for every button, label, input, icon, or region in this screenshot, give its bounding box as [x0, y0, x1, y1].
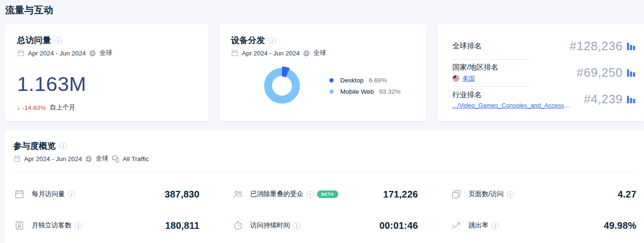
metric-value: 171,226	[383, 189, 418, 200]
legend-value: 93.32%	[379, 88, 401, 95]
rankings-card: 全球排名 #128,236 国家/地区排名	[437, 24, 644, 121]
engagement-overview-card: 参与度概览 i Apr 2024 - Jun 2024 全球 All Traff…	[5, 131, 644, 243]
metric-deduplicated-audience: 已消除重叠的受众 i BETA 171,226	[233, 184, 418, 204]
country-rank-row: 国家/地区排名 美国 #69,250	[452, 59, 636, 86]
info-icon[interactable]: i	[269, 37, 276, 44]
device-legend: Desktop 6.68% Mobile Web 93.32%	[329, 77, 401, 95]
metric-label: 每月访问量	[32, 190, 65, 198]
date-range: Apr 2024 - Jun 2024	[242, 50, 300, 57]
change-percent: -14.63%	[22, 104, 46, 111]
legend-label: Desktop	[340, 77, 364, 84]
calendar-icon	[17, 49, 25, 57]
mobile-dot-icon	[329, 90, 334, 94]
date-range: Apr 2024 - Jun 2024	[28, 50, 86, 57]
change-period-label: 自上个月	[50, 103, 75, 112]
metric-bounce-rate: 跳出率 i 49.98%	[451, 216, 636, 235]
stopwatch-icon	[233, 220, 243, 231]
info-icon[interactable]: i	[60, 143, 67, 150]
metric-value: 49.98%	[604, 220, 636, 231]
top-cards-row: 总访问量 i Apr 2024 - Jun 2024 全球 1.163M ↓ -…	[5, 24, 644, 121]
pages-icon	[451, 189, 461, 199]
legend-value: 6.68%	[369, 77, 387, 84]
calendar-icon	[14, 189, 25, 199]
globe-icon	[85, 155, 92, 162]
metric-value: 4.27	[618, 189, 636, 200]
metric-label: 已消除重叠的受众	[250, 190, 303, 198]
metric-value: 180,811	[165, 220, 200, 231]
metric-label: 月独立访客数	[32, 221, 71, 230]
engagement-title: 参与度概览	[13, 140, 56, 152]
info-icon[interactable]: i	[55, 37, 62, 44]
calendar-icon	[13, 155, 21, 162]
date-range: Apr 2024 - Jun 2024	[24, 155, 82, 162]
engagement-metrics-grid: 每月访问量 i 387,830 已消除重叠的受众 i BETA 171,226	[5, 173, 644, 243]
traffic-engagement-page: 流量与互动 总访问量 i Apr 2024 - Jun 2024 全球 1.16…	[0, 0, 644, 243]
traffic-filter-label: All Traffic	[123, 155, 149, 162]
globe-icon	[89, 50, 96, 57]
globe-icon	[303, 50, 310, 57]
desktop-dot-icon	[329, 78, 334, 82]
metric-monthly-visits: 每月访问量 i 387,830	[14, 184, 200, 204]
device-distribution-title: 设备分发	[231, 35, 265, 46]
global-rank-label: 全球排名	[452, 41, 482, 51]
calendar-icon	[231, 49, 238, 57]
unique-visitor-icon	[14, 220, 25, 231]
bounce-icon	[451, 220, 461, 231]
metric-label: 跳出率	[468, 221, 488, 230]
metric-pages-per-visit: 页面数/访问 i 4.27	[451, 184, 636, 204]
info-icon[interactable]: i	[492, 222, 499, 229]
info-icon[interactable]: i	[293, 222, 300, 229]
industry-rank-value: #4,239	[583, 92, 623, 107]
info-icon[interactable]: i	[75, 222, 82, 229]
beta-badge: BETA	[317, 190, 338, 198]
down-arrow-icon: ↓	[17, 104, 20, 111]
global-rank-row: 全球排名 #128,236	[452, 33, 636, 59]
region-label: 全球	[99, 49, 112, 57]
all-traffic-icon	[112, 155, 119, 162]
audience-icon	[233, 189, 243, 199]
industry-rank-label: 行业排名	[452, 90, 571, 100]
legend-item-desktop[interactable]: Desktop 6.68%	[329, 77, 401, 84]
global-rank-value: #128,236	[570, 39, 623, 54]
info-icon[interactable]: i	[68, 191, 75, 198]
region-label: 全球	[96, 154, 108, 163]
total-visits-value: 1.163M	[17, 72, 196, 96]
info-icon[interactable]: i	[307, 191, 314, 198]
industry-link[interactable]: .../Video_Games_Consoles_and_Accessor...	[452, 102, 571, 109]
device-donut-chart	[262, 66, 302, 106]
country-rank-label: 国家/地区排名	[452, 63, 498, 72]
legend-label: Mobile Web	[340, 88, 374, 95]
us-flag-icon	[452, 75, 459, 82]
metric-value: 00:01:46	[379, 220, 418, 231]
industry-rank-row: 行业排名 .../Video_Games_Consoles_and_Access…	[452, 86, 636, 113]
country-link[interactable]: 美国	[462, 74, 475, 83]
device-distribution-card: 设备分发 i Apr 2024 - Jun 2024 全球	[220, 24, 426, 121]
metric-value: 387,830	[165, 189, 200, 200]
country-rank-value: #69,250	[577, 65, 623, 80]
rank-bars-icon	[627, 69, 635, 77]
rank-bars-icon	[627, 42, 635, 50]
legend-item-mobile-web[interactable]: Mobile Web 93.32%	[329, 88, 401, 95]
rank-bars-icon	[627, 95, 635, 103]
page-title: 流量与互动	[0, 0, 644, 17]
metric-label: 访问持续时间	[250, 221, 290, 230]
total-visits-card: 总访问量 i Apr 2024 - Jun 2024 全球 1.163M ↓ -…	[5, 24, 209, 121]
total-visits-title: 总访问量	[17, 35, 51, 46]
region-label: 全球	[313, 49, 326, 57]
metric-label: 页面数/访问	[468, 190, 503, 198]
metric-visit-duration: 访问持续时间 i 00:01:46	[233, 216, 418, 235]
info-icon[interactable]: i	[507, 191, 514, 198]
metric-monthly-unique-visitors: 月独立访客数 i 180,811	[14, 216, 200, 235]
